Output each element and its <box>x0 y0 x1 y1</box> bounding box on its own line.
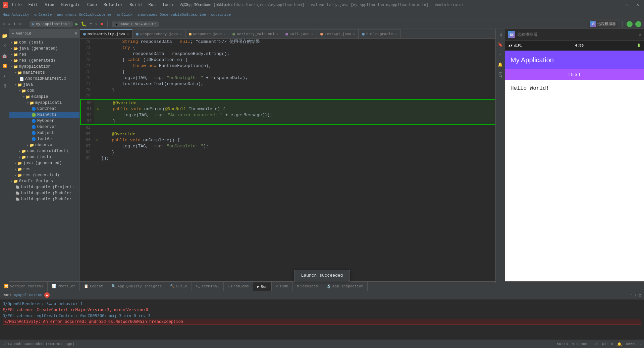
cursor-position[interactable]: 56:48 <box>557 342 568 346</box>
run-app-label[interactable]: myapplication <box>13 293 42 297</box>
tree-item-25[interactable]: 🐘build.gradle (Module: <box>9 190 79 196</box>
run-panel-scroll-up[interactable]: ↑ <box>630 293 632 297</box>
editor-tab-5[interactable]: TestApi.java✕ <box>317 29 359 39</box>
git-icon[interactable]: 🔀 <box>0 62 9 70</box>
tree-item-17[interactable]: ▸📁observer <box>9 142 79 148</box>
tree-item-21[interactable]: ▸📁res <box>9 166 79 172</box>
stop-button[interactable]: ■ <box>100 21 103 27</box>
tree-item-0[interactable]: ▸📁com (test) <box>9 40 79 46</box>
tree-item-16[interactable]: 🔵TestApi <box>9 136 79 142</box>
tree-item-7[interactable]: ▾📁java <box>9 82 79 88</box>
tree-item-8[interactable]: ▾📁com <box>9 88 79 94</box>
menu-code[interactable]: Code <box>86 3 98 7</box>
tree-item-14[interactable]: 🔵Observer <box>9 124 79 130</box>
close-button[interactable]: ✕ <box>633 0 643 10</box>
bottom-tab-logcat[interactable]: 📋Logcat <box>80 282 108 291</box>
bottom-tab-app-quality-insights[interactable]: 🔍App Quality Insights <box>107 282 166 291</box>
tab-close-4[interactable]: ✕ <box>311 32 313 36</box>
bottom-tab-services[interactable]: ⚙Services <box>292 282 322 291</box>
menu-file[interactable]: File <box>11 3 23 7</box>
toolbar-btn-2[interactable]: ≡ <box>8 22 10 26</box>
tree-item-15[interactable]: 🔵Subject <box>9 130 79 136</box>
bottom-tab-todo[interactable]: ✓TODO <box>272 282 292 291</box>
minimize-button[interactable]: ─ <box>611 0 621 10</box>
tree-item-6[interactable]: 📄AndroidManifest.x <box>9 76 79 82</box>
breadcrumb-subscribe[interactable]: subscribe <box>211 13 231 17</box>
coverage-button[interactable]: ☂ <box>89 21 92 27</box>
menu-view[interactable]: View <box>44 3 56 7</box>
bottom-tab-problems[interactable]: ⚠Problems <box>224 282 253 291</box>
tree-item-11[interactable]: 🔵ConCreat <box>9 106 79 112</box>
resource-icon[interactable]: R <box>0 42 9 50</box>
tab-close-5[interactable]: ✕ <box>353 32 355 36</box>
tree-item-9[interactable]: ▾📁example <box>9 94 79 100</box>
bottom-tab-app-inspection[interactable]: 🔬App Inspection <box>322 282 368 291</box>
menu-run[interactable]: Run <box>147 3 157 7</box>
tab-close-0[interactable]: ✕ <box>127 32 129 36</box>
bookmarks-icon[interactable]: 🔖 <box>496 40 505 49</box>
tree-item-10[interactable]: ▾📁myapplicati <box>9 100 79 106</box>
menu-navigate[interactable]: Navigate <box>60 3 82 7</box>
tree-item-26[interactable]: 🐘build.gradle (Module: <box>9 196 79 202</box>
build-side-icon[interactable]: BVT <box>496 70 505 79</box>
stop-run-btn[interactable]: ■ <box>44 292 50 298</box>
menu-tools[interactable]: Tools <box>161 3 176 7</box>
editor-tab-3[interactable]: activity_main.xml✕ <box>229 29 282 39</box>
tree-item-20[interactable]: ▸📂java (generated) <box>9 160 79 166</box>
bottom-tab-terminal[interactable]: >_Terminal <box>192 282 224 291</box>
bottom-tab-profiler[interactable]: 📊Profiler <box>48 282 80 291</box>
editor-tab-1[interactable]: ResponseBody.java✕ <box>132 29 185 39</box>
tab-close-3[interactable]: ✕ <box>276 32 278 36</box>
breadcrumb-mainactivity[interactable]: MainActivity <box>3 13 29 17</box>
android-icon[interactable]: 🤖 <box>0 52 9 60</box>
tree-item-4[interactable]: ▾📁myapplication <box>9 64 79 70</box>
toolbar-btn-3[interactable]: ⬇ <box>13 21 16 27</box>
menu-build[interactable]: Build <box>128 3 143 7</box>
editor-tab-2[interactable]: Response.java✕ <box>185 29 229 39</box>
run-panel-settings[interactable]: ⚙ <box>639 292 641 298</box>
todo-side-icon[interactable]: ✓ <box>496 50 505 59</box>
bottom-tab-version-control[interactable]: 🔀Version Control <box>0 282 48 291</box>
menu-refactor[interactable]: Refactor <box>102 3 124 7</box>
build-variants-icon[interactable]: BV <box>0 82 9 90</box>
device-selector[interactable]: 📱 HUAWEI VOG-AL00 ▼ <box>112 21 159 27</box>
profile-button[interactable]: ⚡ <box>95 21 98 27</box>
tab-close-1[interactable]: ✕ <box>179 32 181 36</box>
encoding[interactable]: UTF-8 <box>602 342 613 346</box>
bottom-tab-run[interactable]: ▶Run <box>253 282 272 291</box>
project-icon[interactable]: 📁 <box>0 31 9 40</box>
bottom-tab-build[interactable]: 🔨Build <box>166 282 192 291</box>
app-selector[interactable]: ▶ my application ▼ <box>30 21 72 27</box>
device-test-bar[interactable]: TEST <box>505 69 644 80</box>
tree-item-2[interactable]: ▸📁res <box>9 52 79 58</box>
breadcrumb-onclick-listener[interactable]: anonymous OnClickListener <box>57 13 112 17</box>
breadcrumb-oncreate[interactable]: onCreate <box>34 13 52 17</box>
tab-close-2[interactable]: ✕ <box>223 32 225 36</box>
notifications-icon[interactable]: 🔔 <box>496 60 505 69</box>
tree-item-22[interactable]: ▸📂res (generated) <box>9 172 79 178</box>
tree-item-13[interactable]: 🔵MyObser <box>9 118 79 124</box>
mirror-close[interactable]: ✕ <box>639 32 641 37</box>
run-panel-scroll-down[interactable]: ↓ <box>634 293 637 297</box>
toolbar-btn-4[interactable]: ⚙ <box>18 21 21 27</box>
editor-tab-4[interactable]: Call.java✕ <box>282 29 317 39</box>
tree-item-3[interactable]: ▸📂res (generated) <box>9 58 79 64</box>
tab-close-6[interactable]: ✕ <box>395 32 397 36</box>
debug-button[interactable]: 🐛 <box>81 21 87 27</box>
indent-info[interactable]: 4 spaces <box>572 342 590 346</box>
tree-item-5[interactable]: ▾📁manifests <box>9 70 79 76</box>
toolbar-btn-1[interactable]: ⚙ <box>3 21 5 27</box>
tree-item-1[interactable]: ▸📂java (generated) <box>9 46 79 52</box>
toolbar-btn-5[interactable]: ─ <box>24 21 27 27</box>
tree-item-23[interactable]: ▾📁Gradle Scripts <box>9 178 79 184</box>
tree-item-19[interactable]: ▸📁com (test) <box>9 154 79 160</box>
menu-edit[interactable]: Edit <box>27 3 40 7</box>
mirror-app-btn[interactable]: 远 远程模拟器 <box>588 20 618 28</box>
editor-tab-0[interactable]: MainActivity.java✕ <box>80 29 132 39</box>
tree-item-18[interactable]: ▸📁com (androidTest) <box>9 148 79 154</box>
tree-item-24[interactable]: 🐘build.gradle (Project: <box>9 184 79 190</box>
breadcrumb-onclick[interactable]: onClick <box>117 13 132 17</box>
tree-item-12[interactable]: 🟢MainActi <box>9 112 79 118</box>
editor-tab-6[interactable]: build.gradle✕ <box>359 29 400 39</box>
run-button[interactable]: ▶ <box>75 21 78 27</box>
